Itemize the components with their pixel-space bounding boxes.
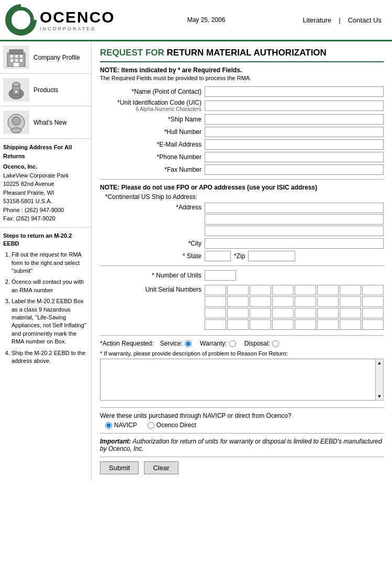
serial-2-3[interactable] xyxy=(250,296,271,307)
ocenco-direct-radio[interactable] xyxy=(148,422,154,429)
sidebar-label-products: Products xyxy=(33,86,58,94)
literature-link[interactable]: Literature xyxy=(297,16,337,24)
serial-4-5[interactable] xyxy=(295,319,316,330)
serial-3-4[interactable] xyxy=(272,308,294,318)
svg-rect-6 xyxy=(15,55,18,58)
ship-name-label: *Ship Name xyxy=(100,116,205,123)
shipping-fax: Fax: (262) 947-9020 xyxy=(3,214,88,223)
serial-3-1[interactable] xyxy=(205,308,226,318)
address-line2-input[interactable] xyxy=(205,214,384,225)
disposal-radio-label[interactable]: Disposal: xyxy=(244,340,279,347)
serial-1-8[interactable] xyxy=(362,285,384,295)
ship-name-row: *Ship Name xyxy=(100,114,384,125)
serial-1-7[interactable] xyxy=(340,285,361,295)
city-input[interactable] xyxy=(205,238,384,249)
warranty-radio[interactable] xyxy=(229,340,236,347)
state-zip-row: * State *Zip xyxy=(100,251,384,261)
submit-button[interactable]: Submit xyxy=(100,461,139,474)
logo-name: ocenco xyxy=(40,8,115,26)
serial-3-2[interactable] xyxy=(227,308,249,318)
num-units-input[interactable] xyxy=(205,270,236,281)
uic-input[interactable] xyxy=(205,101,384,111)
serial-4-6[interactable] xyxy=(317,319,339,330)
serial-1-3[interactable] xyxy=(250,285,271,295)
title-black: RETURN MATERIAL AUTHORIZATION xyxy=(164,48,327,58)
serial-1-5[interactable] xyxy=(295,285,316,295)
address-note: NOTE: Please do not use FPO or APO addre… xyxy=(100,184,384,191)
sidebar-item-company-profile[interactable]: Company Profile xyxy=(0,41,91,74)
serial-2-2[interactable] xyxy=(227,296,249,307)
serial-3-8[interactable] xyxy=(362,308,384,318)
svg-point-18 xyxy=(11,128,21,133)
button-row: Submit Clear xyxy=(100,461,384,474)
serial-3-6[interactable] xyxy=(317,308,339,318)
zip-input[interactable] xyxy=(248,251,295,261)
address-row: *Address xyxy=(100,203,384,236)
address-label-field: *Address xyxy=(100,203,205,211)
disposal-radio[interactable] xyxy=(272,340,279,347)
header: ocenco INCORPORATED May 25, 2006 Literat… xyxy=(0,0,392,41)
navicp-question: Were these units purchased through NAVIC… xyxy=(100,412,384,419)
service-radio[interactable] xyxy=(185,340,192,347)
serial-2-7[interactable] xyxy=(340,296,361,307)
serial-1-1[interactable] xyxy=(205,285,226,295)
serial-3-3[interactable] xyxy=(250,308,271,318)
clear-button[interactable]: Clear xyxy=(144,461,178,474)
important-bold: Important: xyxy=(100,438,131,445)
contact-link[interactable]: Contact Us xyxy=(343,16,387,24)
hull-number-input-wrapper xyxy=(205,127,384,137)
steps-title: Steps to return an M-20.2 EEBD xyxy=(3,232,88,248)
svg-rect-4 xyxy=(9,50,23,54)
serial-1-4[interactable] xyxy=(272,285,294,295)
important-note: Important: Authorization for return of u… xyxy=(100,438,384,452)
email-input-wrapper xyxy=(205,139,384,150)
serial-2-6[interactable] xyxy=(317,296,339,307)
serial-4-1[interactable] xyxy=(205,319,226,330)
service-radio-label[interactable]: Service: xyxy=(160,340,192,347)
phone-input-wrapper xyxy=(205,152,384,162)
ship-name-input-wrapper xyxy=(205,114,384,125)
section-divider-2 xyxy=(100,265,384,266)
serial-4-7[interactable] xyxy=(340,319,361,330)
serial-3-7[interactable] xyxy=(340,308,361,318)
serial-2-5[interactable] xyxy=(295,296,316,307)
serial-4-3[interactable] xyxy=(250,319,271,330)
sidebar-label-whats-new: What's New xyxy=(33,119,67,126)
serial-4-4[interactable] xyxy=(272,319,294,330)
serial-2-1[interactable] xyxy=(205,296,226,307)
svg-point-2 xyxy=(17,16,25,24)
ship-name-input[interactable] xyxy=(205,114,384,125)
serial-3-5[interactable] xyxy=(295,308,316,318)
serial-4-8[interactable] xyxy=(362,319,384,330)
serial-1-2[interactable] xyxy=(227,285,249,295)
address-line3-input[interactable] xyxy=(205,226,384,236)
name-input[interactable] xyxy=(205,86,384,97)
logo-sub: INCORPORATED xyxy=(40,26,115,31)
section-divider-5 xyxy=(100,433,384,434)
state-input[interactable] xyxy=(205,251,231,261)
steps-list: Fill out the request for RMA form to the… xyxy=(3,251,88,365)
fax-label: *Fax Number xyxy=(100,166,205,173)
navicp-radio[interactable] xyxy=(105,422,112,429)
serial-1-6[interactable] xyxy=(317,285,339,295)
navicp-radio-label[interactable]: NAVICP xyxy=(105,421,137,429)
serial-2-8[interactable] xyxy=(362,296,384,307)
sidebar-item-products[interactable]: Products xyxy=(0,74,91,106)
shipping-block: Shipping Address For All Returns Ocenco,… xyxy=(0,139,91,228)
ocenco-direct-radio-label[interactable]: Ocenco Direct xyxy=(148,421,196,429)
serial-4-2[interactable] xyxy=(227,319,249,330)
hull-number-input[interactable] xyxy=(205,127,384,137)
address-line1-input[interactable] xyxy=(205,203,384,213)
email-input[interactable] xyxy=(205,139,384,150)
reason-textarea[interactable] xyxy=(100,359,384,401)
section-divider-3 xyxy=(100,335,384,336)
sidebar-item-whats-new[interactable]: What's New xyxy=(0,106,91,139)
serial-2-4[interactable] xyxy=(272,296,294,307)
warranty-radio-label[interactable]: Warranty: xyxy=(200,340,236,347)
step-3: Label the M-20.2 EEBD Box as a class 9 h… xyxy=(12,297,88,346)
scrollbar-decoration: ▲ ▼ xyxy=(375,359,384,401)
phone-input[interactable] xyxy=(205,152,384,162)
navicp-options: NAVICP Ocenco Direct xyxy=(100,421,384,429)
uic-label: *Unit Identification Code (UIC) xyxy=(100,99,201,106)
fax-input[interactable] xyxy=(205,164,384,175)
